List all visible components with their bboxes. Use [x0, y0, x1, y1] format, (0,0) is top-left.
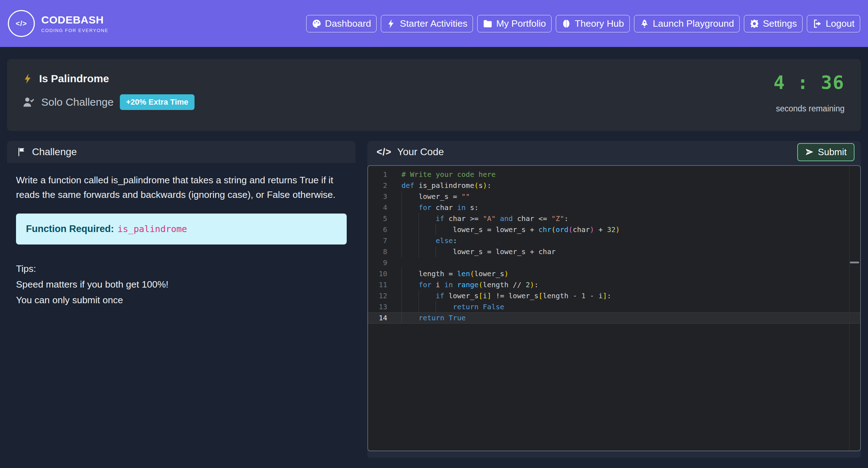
- extra-time-badge: +20% Extra Time: [120, 94, 194, 110]
- submit-button[interactable]: Submit: [797, 143, 854, 161]
- code-line-text: if lower_s[i] != lower_s[length - 1 - i]…: [396, 290, 860, 301]
- lightning-icon: [387, 19, 396, 28]
- code-line[interactable]: 8 lower_s = lower_s + char: [368, 246, 860, 257]
- line-number: 14: [368, 312, 396, 324]
- challenge-header-card: Is Palindrome Solo Challenge +20% Extra …: [7, 59, 861, 131]
- function-required-label: Function Required:: [26, 224, 114, 234]
- code-line[interactable]: 10 length = len(lower_s): [368, 268, 860, 279]
- tips-block: Tips: Speed matters if you both get 100%…: [16, 261, 347, 308]
- indent-guide: [401, 202, 402, 213]
- nav-button-label: Dashboard: [325, 18, 371, 29]
- indent-guide: [419, 235, 419, 246]
- code-line[interactable]: 12 if lower_s[i] != lower_s[length - 1 -…: [368, 290, 860, 301]
- tip-line: Speed matters if you both get 100%!: [16, 277, 347, 292]
- code-line-text: return True: [396, 312, 860, 324]
- indent-guide: [401, 268, 402, 279]
- line-number: 9: [368, 257, 396, 268]
- challenge-description: Write a function called is_palindrome th…: [16, 173, 347, 202]
- code-line[interactable]: 3 lower_s = "": [368, 191, 860, 202]
- indent-guide: [401, 290, 402, 301]
- flag-icon: [16, 147, 26, 157]
- code-line-text: for char in s:: [396, 202, 860, 213]
- nav-button-theory-hub[interactable]: Theory Hub: [556, 15, 629, 32]
- indent-guide: [436, 224, 436, 235]
- code-line[interactable]: 7 else:: [368, 235, 860, 246]
- folder-icon: [483, 19, 492, 28]
- indent-guide: [401, 213, 402, 224]
- line-number: 5: [368, 213, 396, 224]
- code-line-text: if char >= "A" and char <= "Z":: [396, 213, 860, 224]
- indent-guide: [401, 224, 402, 235]
- code-line-text: # Write your code here: [396, 169, 860, 180]
- editor-scrollbar-thumb[interactable]: [850, 262, 859, 263]
- dashboard-icon: [312, 19, 321, 28]
- nav-button-label: Starter Activities: [400, 18, 467, 29]
- code-line-text: lower_s = lower_s + char: [396, 246, 860, 257]
- lightning-icon: [23, 73, 33, 84]
- line-number: 2: [368, 180, 396, 191]
- line-number: 13: [368, 301, 396, 312]
- code-panel: </> Your Code Submit 1# Write your code …: [367, 141, 861, 458]
- code-line[interactable]: 14 return True: [368, 312, 860, 324]
- code-line-text: return False: [396, 301, 860, 312]
- tips-heading: Tips:: [16, 261, 347, 277]
- editor-scrollbar-track: [849, 166, 850, 451]
- tip-line: You can only submit once: [16, 292, 347, 308]
- code-line[interactable]: 2def is_palindrome(s):: [368, 180, 860, 191]
- nav-button-label: My Portfolio: [496, 18, 546, 29]
- line-number: 6: [368, 224, 396, 235]
- indent-guide: [419, 213, 419, 224]
- nav-button-dashboard[interactable]: Dashboard: [306, 15, 377, 32]
- brand-tagline: CODING FOR EVERYONE: [41, 28, 108, 33]
- code-line[interactable]: 5 if char >= "A" and char <= "Z":: [368, 213, 860, 224]
- code-line-text: else:: [396, 235, 860, 246]
- code-line[interactable]: 13 return False: [368, 301, 860, 312]
- nav-button-label: Logout: [826, 18, 854, 29]
- code-line[interactable]: 6 lower_s = lower_s + chr(ord(char) + 32…: [368, 224, 860, 235]
- navbar: </> CODEBASH CODING FOR EVERYONE Dashboa…: [0, 0, 868, 47]
- logout-icon: [813, 19, 822, 28]
- brain-icon: [561, 19, 571, 28]
- line-number: 8: [368, 246, 396, 257]
- challenge-panel-title: Challenge: [32, 146, 77, 158]
- code-line-text: lower_s = lower_s + chr(ord(char) + 32): [396, 224, 860, 235]
- challenge-mode-label: Solo Challenge: [41, 96, 113, 108]
- nav-button-logout[interactable]: Logout: [807, 15, 860, 32]
- indent-guide: [401, 191, 402, 202]
- indent-guide: [401, 246, 402, 257]
- code-line-text: lower_s = "": [396, 191, 860, 202]
- line-number: 4: [368, 202, 396, 213]
- nav-button-label: Theory Hub: [575, 18, 624, 29]
- code-panel-title: Your Code: [397, 146, 444, 158]
- nav-button-label: Launch Playground: [653, 18, 734, 29]
- indent-guide: [419, 224, 419, 235]
- nav-button-launch-playground[interactable]: Launch Playground: [634, 15, 740, 32]
- indent-guide: [401, 312, 402, 324]
- line-number: 12: [368, 290, 396, 301]
- line-number: 7: [368, 235, 396, 246]
- rocket-icon: [640, 19, 649, 28]
- code-line-text: [396, 257, 860, 268]
- indent-guide: [436, 301, 436, 312]
- line-number: 10: [368, 268, 396, 279]
- code-line[interactable]: 4 for char in s:: [368, 202, 860, 213]
- code-editor[interactable]: 1# Write your code here2def is_palindrom…: [367, 165, 861, 451]
- person-check-icon: [23, 96, 35, 108]
- nav-button-my-portfolio[interactable]: My Portfolio: [477, 15, 552, 32]
- line-number: 3: [368, 191, 396, 202]
- challenge-panel: Challenge Write a function called is_pal…: [7, 141, 356, 318]
- code-line-text: length = len(lower_s): [396, 268, 860, 279]
- code-line-text: for i in range(length // 2):: [396, 279, 860, 290]
- code-line[interactable]: 1# Write your code here: [368, 169, 860, 180]
- page-title: Is Palindrome: [39, 73, 109, 85]
- nav-button-label: Settings: [763, 18, 797, 29]
- code-line[interactable]: 11 for i in range(length // 2):: [368, 279, 860, 290]
- nav-button-starter-activities[interactable]: Starter Activities: [381, 15, 473, 32]
- indent-guide: [401, 279, 402, 290]
- code-slash-icon: </>: [377, 147, 392, 158]
- gear-icon: [750, 19, 759, 28]
- countdown-timer: 4 : 36: [773, 72, 845, 93]
- nav-button-settings[interactable]: Settings: [744, 15, 803, 32]
- code-line[interactable]: 9: [368, 257, 860, 268]
- brand-logo: </> CODEBASH CODING FOR EVERYONE: [8, 10, 108, 37]
